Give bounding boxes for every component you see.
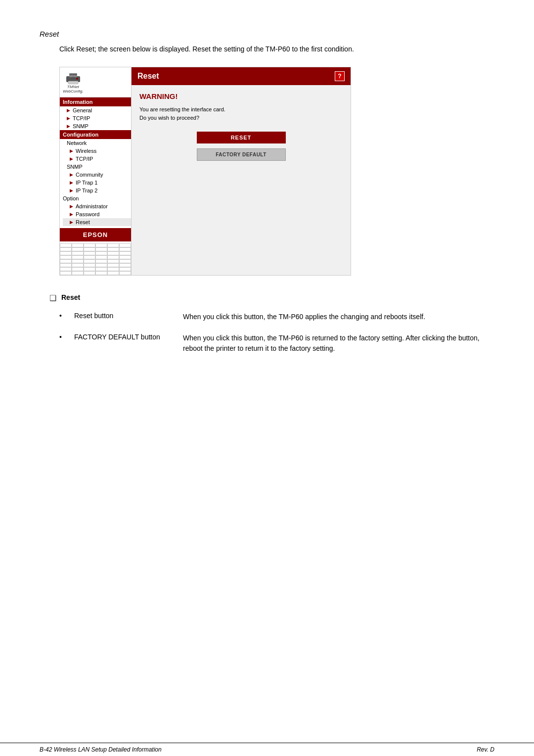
svg-rect-2 <box>68 81 78 84</box>
main-panel: Reset ? WARNING! You are resetting the i… <box>132 67 351 275</box>
sidebar-item-tcpip[interactable]: ▶TCP/IP <box>60 114 131 122</box>
arrow-icon: ▶ <box>70 204 73 209</box>
sidebar-section-info: Information <box>60 97 131 106</box>
main-body: WARNING! You are resetting the interface… <box>132 85 351 168</box>
sidebar-option-sub: ▶Administrator ▶Password ▶Reset <box>60 202 131 226</box>
sidebar-snmp-sub: ▶Community ▶IP Trap 1 ▶IP Trap 2 <box>60 171 131 194</box>
sidebar-item-general[interactable]: ▶General <box>60 106 131 114</box>
arrow-icon: ▶ <box>67 116 70 121</box>
sidebar-item-reset[interactable]: ▶Reset <box>63 218 131 226</box>
bullet-item-factory: • FACTORY DEFAULT button When you click … <box>59 333 494 354</box>
arrow-icon: ▶ <box>70 148 73 153</box>
page-footer: B-42 Wireless LAN Setup Detailed Informa… <box>0 743 534 756</box>
sidebar-item-iptrap1[interactable]: ▶IP Trap 1 <box>63 179 131 187</box>
arrow-icon: ▶ <box>70 156 73 161</box>
bullet-desc-reset: When you click this button, the TM-P60 a… <box>183 312 494 322</box>
sidebar-item-password[interactable]: ▶Password <box>63 210 131 218</box>
checkbox-icon: ❑ <box>49 293 56 303</box>
epson-logo-icon: EPSON for POS <box>64 71 82 85</box>
sidebar-item-wireless[interactable]: ▶Wireless <box>63 147 131 155</box>
sidebar-epson-brand: EPSON <box>60 228 131 241</box>
warning-title: WARNING! <box>139 92 343 100</box>
sidebar-header: EPSON for POS TMNetWebConfig. <box>60 67 131 97</box>
bullet-item-reset: • Reset button When you click this butto… <box>59 312 494 322</box>
arrow-icon: ▶ <box>70 180 73 185</box>
main-header: Reset ? <box>132 67 351 85</box>
bullet-dot: • <box>59 312 74 320</box>
svg-point-3 <box>76 78 78 80</box>
footer-left: B-42 Wireless LAN Setup Detailed Informa… <box>40 746 162 753</box>
help-icon[interactable]: ? <box>335 71 345 81</box>
bullet-dot: • <box>59 333 74 341</box>
reset-button[interactable]: RESET <box>197 132 286 143</box>
ui-screenshot: EPSON for POS TMNetWebConfig. Informatio… <box>59 67 351 276</box>
tmnet-label: TMNetWebConfig. <box>63 85 84 94</box>
arrow-icon: ▶ <box>67 108 70 113</box>
checkbox-item-reset: ❑ Reset <box>49 293 494 303</box>
arrow-icon: ▶ <box>70 172 73 177</box>
sidebar-item-snmp[interactable]: ▶SNMP <box>60 122 131 130</box>
sidebar-item-community[interactable]: ▶Community <box>63 171 131 179</box>
arrow-icon: ▶ <box>70 188 73 193</box>
bullet-term-reset: Reset button <box>74 312 183 320</box>
sidebar: EPSON for POS TMNetWebConfig. Informatio… <box>60 67 132 275</box>
warning-text: You are resetting the interface card. Do… <box>139 105 343 122</box>
svg-text:POS: POS <box>71 78 75 80</box>
sidebar-section-config: Configuration <box>60 130 131 139</box>
footer-right: Rev. D <box>477 746 494 753</box>
bullet-desc-factory: When you click this button, the TM-P60 i… <box>183 333 494 354</box>
factory-default-button[interactable]: FACTORY DEFAULT <box>197 148 286 161</box>
sidebar-grid-decoration <box>60 243 131 275</box>
sidebar-item-administrator[interactable]: ▶Administrator <box>63 202 131 210</box>
sidebar-item-iptrap2[interactable]: ▶IP Trap 2 <box>63 187 131 194</box>
epson-logo-area: EPSON for POS TMNetWebConfig. <box>63 71 84 94</box>
sidebar-item-network[interactable]: Network <box>60 139 131 147</box>
sidebar-item-snmp2[interactable]: SNMP <box>60 163 131 171</box>
arrow-icon: ▶ <box>67 124 70 129</box>
arrow-icon: ▶ <box>70 212 73 217</box>
bullet-section: ❑ Reset • Reset button When you click th… <box>49 293 494 354</box>
main-title: Reset <box>137 72 159 81</box>
intro-text: Click Reset; the screen below is display… <box>59 45 494 53</box>
section-title: Reset <box>40 30 494 38</box>
sidebar-item-option-header: Option <box>60 194 131 202</box>
bullet-term-factory: FACTORY DEFAULT button <box>74 333 183 341</box>
bullet-list: • Reset button When you click this butto… <box>59 312 494 354</box>
sidebar-network-sub: ▶Wireless ▶TCP/IP <box>60 147 131 163</box>
sidebar-item-tcpip2[interactable]: ▶TCP/IP <box>63 155 131 163</box>
arrow-icon: ▶ <box>70 220 73 225</box>
checkbox-label: Reset <box>61 293 80 301</box>
